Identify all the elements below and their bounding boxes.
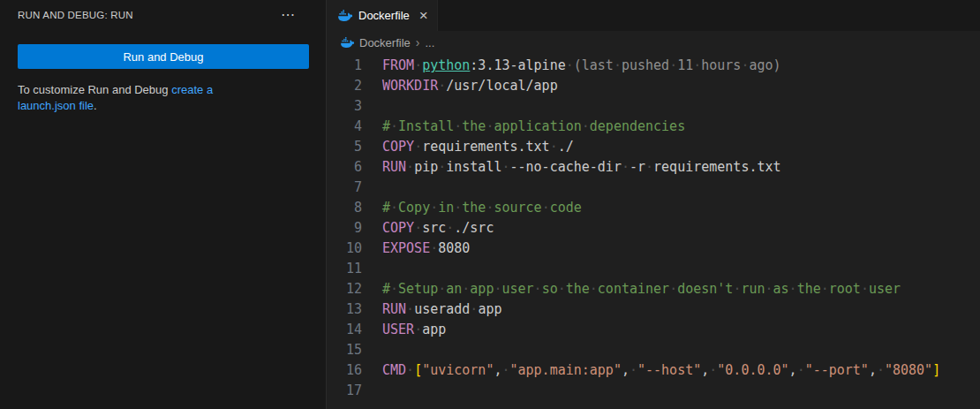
whitespace-dot: · (669, 281, 677, 297)
chevron-right-icon: › (416, 35, 420, 49)
whitespace-dot: · (877, 362, 885, 378)
code-line[interactable]: 17 (327, 381, 980, 401)
whitespace-dot: · (534, 281, 542, 297)
line-number: 16 (327, 360, 362, 381)
code-line[interactable]: 8#·Copy·in·the·source·code (327, 198, 980, 218)
code-line-text: #·Setup·an·app·user·so·the·container·doe… (382, 279, 980, 299)
whitespace-dot: · (438, 159, 446, 175)
whitespace-dot: · (645, 159, 653, 175)
whitespace-dot: · (733, 281, 741, 297)
whitespace-dot: · (765, 281, 773, 297)
code-line[interactable]: 12#·Setup·an·app·user·so·the·container·d… (327, 279, 980, 299)
whitespace-dot: · (486, 118, 494, 134)
whitespace-dot: · (709, 362, 717, 378)
sidebar-title: RUN AND DEBUG: RUN (18, 10, 133, 20)
whitespace-dot: · (414, 139, 422, 155)
code-line[interactable]: 13RUN·useradd·app (327, 299, 980, 320)
run-and-debug-button[interactable]: Run and Debug (18, 44, 309, 69)
whitespace-dot: · (797, 362, 805, 378)
code-line-text (382, 178, 980, 198)
code-line[interactable]: 2WORKDIR·/usr/local/app (327, 76, 980, 96)
whitespace-dot: · (741, 57, 749, 73)
whitespace-dot: · (390, 200, 398, 216)
line-number: 2 (327, 76, 362, 96)
line-number: 15 (327, 340, 362, 360)
whitespace-dot: · (462, 281, 470, 297)
line-number: 8 (327, 198, 362, 218)
whitespace-dot: · (438, 78, 446, 94)
whitespace-dot: · (430, 200, 438, 216)
run-debug-sidebar: RUN AND DEBUG: RUN ⋯ Run and Debug To cu… (0, 0, 327, 409)
line-number: 7 (327, 178, 362, 198)
code-area[interactable]: 1FROM·python:3.13-alpine·(last·pushed·11… (327, 54, 980, 409)
line-number: 5 (327, 137, 362, 157)
code-line-text: USER·app (382, 320, 980, 340)
whitespace-dot: · (542, 200, 550, 216)
whitespace-dot: · (693, 57, 701, 73)
whitespace-dot: · (821, 281, 829, 297)
docker-icon (341, 36, 354, 49)
code-line-text (382, 381, 980, 401)
breadcrumb: Dockerfile › ... (327, 31, 980, 54)
code-line[interactable]: 9COPY·src·./src (327, 218, 980, 239)
whitespace-dot: · (454, 200, 462, 216)
whitespace-dot: · (414, 220, 422, 236)
code-line-text: CMD·["uvicorn",·"app.main:app",·"--host"… (382, 360, 980, 381)
line-number: 17 (327, 381, 362, 401)
line-number: 13 (327, 299, 362, 320)
customize-hint: To customize Run and Debug create a laun… (18, 82, 231, 114)
code-line[interactable]: 15 (327, 340, 980, 360)
code-line[interactable]: 6RUN·pip·install·--no-cache-dir·-r·requi… (327, 157, 980, 178)
breadcrumb-file[interactable]: Dockerfile (359, 36, 411, 49)
code-line-text: RUN·useradd·app (382, 299, 980, 320)
whitespace-dot: · (470, 301, 478, 317)
whitespace-dot: · (861, 281, 869, 297)
whitespace-dot: · (501, 362, 509, 378)
line-number: 4 (327, 117, 362, 137)
more-actions-icon[interactable]: ⋯ (281, 11, 296, 19)
code-line-text: RUN·pip·install·--no-cache-dir·-r·requir… (382, 157, 980, 178)
code-line[interactable]: 10EXPOSE·8080 (327, 239, 980, 259)
whitespace-dot: · (486, 200, 494, 216)
line-number: 14 (327, 320, 362, 340)
whitespace-dot: · (430, 240, 438, 256)
whitespace-dot: · (454, 118, 462, 134)
whitespace-dot: · (550, 139, 558, 155)
code-line[interactable]: 16CMD·["uvicorn",·"app.main:app",·"--hos… (327, 360, 980, 381)
code-line[interactable]: 5COPY·requirements.txt·./ (327, 137, 980, 157)
whitespace-dot: · (558, 281, 566, 297)
code-line-text (382, 259, 980, 279)
tab-dockerfile[interactable]: Dockerfile × (327, 0, 438, 31)
line-number: 3 (327, 96, 362, 117)
code-line[interactable]: 11 (327, 259, 980, 279)
tab-label: Dockerfile (358, 9, 410, 22)
whitespace-dot: · (566, 57, 574, 73)
whitespace-dot: · (438, 281, 446, 297)
code-line[interactable]: 1FROM·python:3.13-alpine·(last·pushed·11… (327, 56, 980, 76)
line-number: 1 (327, 56, 362, 76)
code-line-text (382, 340, 980, 360)
whitespace-dot: · (406, 301, 414, 317)
whitespace-dot: · (414, 322, 422, 337)
code-line[interactable]: 7 (327, 178, 980, 198)
breadcrumb-ellipsis[interactable]: ... (425, 36, 434, 49)
code-line-text (382, 96, 980, 117)
whitespace-dot: · (494, 281, 501, 297)
whitespace-dot: · (406, 159, 414, 175)
whitespace-dot: · (414, 57, 422, 73)
whitespace-dot: · (590, 281, 598, 297)
line-number: 11 (327, 259, 362, 279)
code-line[interactable]: 4#·Install·the·application·dependencies (327, 117, 980, 137)
code-line[interactable]: 3 (327, 96, 980, 117)
whitespace-dot: · (501, 159, 509, 175)
code-line[interactable]: 14USER·app (327, 320, 980, 340)
whitespace-dot: · (629, 362, 637, 378)
hint-text: To customize Run and Debug (18, 83, 171, 96)
whitespace-dot: · (789, 281, 797, 297)
code-line-text: EXPOSE·8080 (382, 239, 980, 259)
whitespace-dot: · (669, 57, 677, 73)
close-tab-icon[interactable]: × (419, 8, 428, 23)
code-line-text: WORKDIR·/usr/local/app (382, 76, 980, 96)
line-number: 10 (327, 239, 362, 259)
whitespace-dot: · (390, 118, 398, 134)
